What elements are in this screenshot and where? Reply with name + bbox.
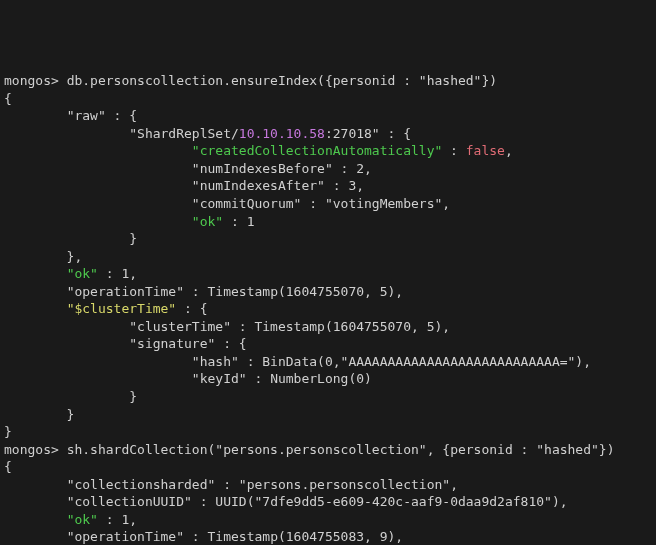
key-shard: "ShardReplSet/ xyxy=(129,126,239,141)
val-optime: Timestamp(1604755070, 5) xyxy=(208,284,396,299)
val-before: 2 xyxy=(356,161,364,176)
shard-port: :27018" xyxy=(325,126,380,141)
key-ok-inner: "ok" xyxy=(192,214,223,229)
key-before: "numIndexesBefore" xyxy=(192,161,333,176)
prompt: mongos> xyxy=(4,73,59,88)
key-raw: "raw" xyxy=(67,108,106,123)
key-ctime: "clusterTime" xyxy=(129,319,231,334)
val-quorum: "votingMembers" xyxy=(325,196,442,211)
val-ok-inner: 1 xyxy=(247,214,255,229)
key-created: "createdCollectionAutomatically" xyxy=(192,143,442,158)
key-hash: "hash" xyxy=(192,354,239,369)
val-ctime: Timestamp(1604755070, 5) xyxy=(254,319,442,334)
val-ok2: 1 xyxy=(121,512,129,527)
val-after: 3 xyxy=(348,178,356,193)
key-sharded: "collectionsharded" xyxy=(67,477,216,492)
command-2: sh.shardCollection("persons.personscolle… xyxy=(67,442,615,457)
key-cluster: "$clusterTime" xyxy=(67,301,177,316)
key-ok2: "ok" xyxy=(67,512,98,527)
terminal-output: mongos> db.personscollection.ensureIndex… xyxy=(4,72,652,545)
val-ok: 1 xyxy=(121,266,129,281)
val-uuid: UUID("7dfe9dd5-e609-420c-aaf9-0daa9d2af8… xyxy=(215,494,559,509)
shard-ip: 10.10.10.58 xyxy=(239,126,325,141)
key-optime: "operationTime" xyxy=(67,284,184,299)
val-sharded: "persons.personscollection" xyxy=(239,477,450,492)
key-sig: "signature" xyxy=(129,336,215,351)
command-1: db.personscollection.ensureIndex({person… xyxy=(67,73,497,88)
key-keyid: "keyId" xyxy=(192,371,247,386)
key-ok: "ok" xyxy=(67,266,98,281)
val-created: false xyxy=(466,143,505,158)
key-after: "numIndexesAfter" xyxy=(192,178,325,193)
val-keyid: NumberLong(0) xyxy=(270,371,372,386)
key-optime2: "operationTime" xyxy=(67,529,184,544)
val-hash: BinData(0,"AAAAAAAAAAAAAAAAAAAAAAAAAAA="… xyxy=(262,354,583,369)
val-optime2: Timestamp(1604755083, 9) xyxy=(208,529,396,544)
prompt: mongos> xyxy=(4,442,59,457)
key-quorum: "commitQuorum" xyxy=(192,196,302,211)
key-uuid: "collectionUUID" xyxy=(67,494,192,509)
